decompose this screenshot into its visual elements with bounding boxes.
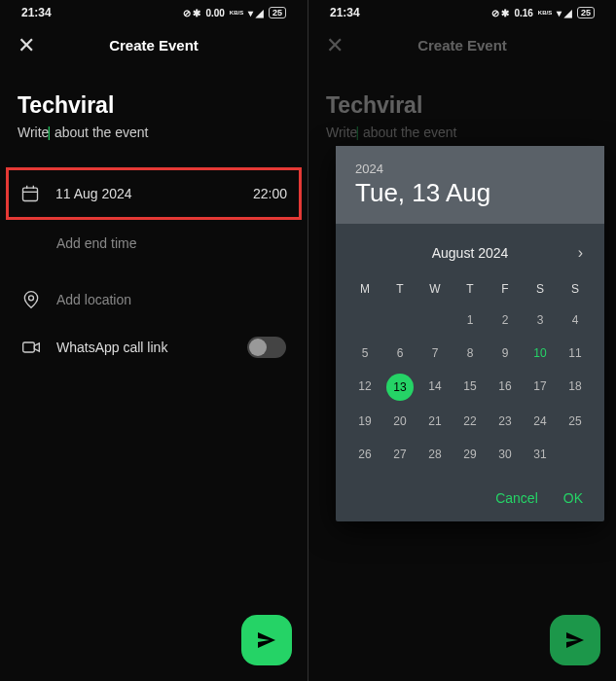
calendar-day[interactable]: 22 xyxy=(453,405,488,438)
picker-actions: Cancel OK xyxy=(336,479,604,521)
header: ✕ Create Event xyxy=(308,25,616,65)
calendar-day[interactable]: 19 xyxy=(347,405,382,438)
calendar-day[interactable]: 21 xyxy=(417,405,453,438)
calendar-day[interactable]: 3 xyxy=(523,304,558,337)
calendar-day[interactable]: 24 xyxy=(523,405,558,438)
weekday-label: F xyxy=(488,274,523,304)
svg-rect-5 xyxy=(23,342,35,352)
calendar-day[interactable]: 1 xyxy=(453,304,488,337)
weekday-label: W xyxy=(417,274,453,304)
calendar-day[interactable]: 11 xyxy=(558,337,593,370)
location-label: Add location xyxy=(56,292,286,307)
location-row[interactable]: Add location xyxy=(18,276,290,323)
status-icons: ⊘ ✱ 0.00 KB/S ▾ ◢ 25 xyxy=(183,7,286,18)
calendar-day[interactable]: 27 xyxy=(382,438,417,471)
location-icon xyxy=(21,290,41,309)
video-icon xyxy=(21,338,41,357)
page-title: Create Event xyxy=(18,37,290,54)
submit-button[interactable] xyxy=(241,615,292,665)
calendar-day[interactable]: 7 xyxy=(417,337,453,370)
calendar-day[interactable]: 26 xyxy=(347,438,382,471)
picker-header: 2024 Tue, 13 Aug xyxy=(336,146,604,224)
datetime-row[interactable]: 11 Aug 2024 22:00 xyxy=(17,170,291,217)
calendar-day[interactable]: 25 xyxy=(558,405,593,438)
calendar-week: 1234 xyxy=(347,304,593,337)
month-label: August 2024 xyxy=(432,245,509,261)
ok-button[interactable]: OK xyxy=(563,490,583,506)
calendar-day[interactable]: 4 xyxy=(558,304,593,337)
calendar-day xyxy=(417,304,453,337)
header: ✕ Create Event xyxy=(0,25,308,65)
calendar-week: 262728293031 xyxy=(347,438,593,471)
calendar-icon xyxy=(20,184,40,203)
weekday-label: S xyxy=(558,274,593,304)
weekday-label: S xyxy=(523,274,558,304)
add-end-time-row[interactable]: Add end time xyxy=(18,220,290,267)
month-row: August 2024 › xyxy=(347,239,593,274)
calendar-day[interactable]: 2 xyxy=(488,304,523,337)
calendar-day[interactable]: 28 xyxy=(417,438,453,471)
page-title: Create Event xyxy=(326,37,598,54)
weekday-label: M xyxy=(347,274,382,304)
event-description-input[interactable]: Write| about the event xyxy=(18,125,290,140)
call-link-toggle[interactable] xyxy=(247,337,286,358)
cancel-button[interactable]: Cancel xyxy=(495,490,538,506)
calendar-day[interactable]: 12 xyxy=(347,370,382,405)
calendar-day[interactable]: 17 xyxy=(523,370,558,405)
calendar-day xyxy=(558,438,593,471)
calendar-day[interactable]: 5 xyxy=(347,337,382,370)
calendar-day[interactable]: 14 xyxy=(417,370,453,405)
svg-point-4 xyxy=(29,296,34,301)
call-link-row[interactable]: WhatsApp call link xyxy=(18,323,290,372)
weekday-label: T xyxy=(382,274,417,304)
time-label: 22:00 xyxy=(253,186,287,201)
calendar-day[interactable]: 18 xyxy=(558,370,593,405)
picker-year[interactable]: 2024 xyxy=(355,161,585,176)
status-bar: 21:34 ⊘ ✱ 0.16 KB/S ▾ ◢ 25 xyxy=(308,0,616,25)
calendar-day[interactable]: 9 xyxy=(488,337,523,370)
call-link-label: WhatsApp call link xyxy=(56,340,232,355)
screen-create-event: 21:34 ⊘ ✱ 0.00 KB/S ▾ ◢ 25 ✕ Create Even… xyxy=(0,0,308,681)
calendar-day[interactable]: 20 xyxy=(382,405,417,438)
calendar-day[interactable]: 13 xyxy=(386,374,414,401)
calendar-grid: 1234567891011121314151617181920212223242… xyxy=(347,304,593,471)
chevron-right-icon[interactable]: › xyxy=(578,244,583,262)
event-description-input: Write| about the event xyxy=(326,125,598,140)
calendar-day xyxy=(382,304,417,337)
status-icons: ⊘ ✱ 0.16 KB/S ▾ ◢ 25 xyxy=(491,7,595,18)
calendar-day[interactable]: 16 xyxy=(488,370,523,405)
status-time: 21:34 xyxy=(21,6,52,19)
submit-button[interactable] xyxy=(550,615,600,665)
calendar-week: 12131415161718 xyxy=(347,370,593,405)
calendar-day[interactable]: 23 xyxy=(488,405,523,438)
calendar-day xyxy=(347,304,382,337)
event-name-input: Techviral xyxy=(326,92,598,119)
calendar-day[interactable]: 15 xyxy=(453,370,488,405)
status-time: 21:34 xyxy=(330,6,360,19)
weekday-label: T xyxy=(453,274,488,304)
weekday-header: MTWTFSS xyxy=(347,274,593,304)
calendar-day[interactable]: 10 xyxy=(523,337,558,370)
calendar-day[interactable]: 31 xyxy=(523,438,558,471)
status-bar: 21:34 ⊘ ✱ 0.00 KB/S ▾ ◢ 25 xyxy=(0,0,308,25)
calendar-day[interactable]: 30 xyxy=(488,438,523,471)
svg-marker-6 xyxy=(34,343,39,351)
add-end-time-label: Add end time xyxy=(56,235,286,251)
close-icon[interactable]: ✕ xyxy=(18,33,35,58)
calendar-week: 19202122232425 xyxy=(347,405,593,438)
picker-selected-date[interactable]: Tue, 13 Aug xyxy=(355,178,585,208)
svg-rect-0 xyxy=(23,188,38,200)
screen-date-picker: 21:34 ⊘ ✱ 0.16 KB/S ▾ ◢ 25 ✕ Create Even… xyxy=(308,0,616,681)
datetime-row-highlight: 11 Aug 2024 22:00 xyxy=(6,167,302,220)
calendar-day[interactable]: 29 xyxy=(453,438,488,471)
date-picker: 2024 Tue, 13 Aug August 2024 › MTWTFSS 1… xyxy=(336,146,604,521)
calendar-day[interactable]: 6 xyxy=(382,337,417,370)
date-label: 11 Aug 2024 xyxy=(55,186,237,201)
calendar-week: 567891011 xyxy=(347,337,593,370)
event-name-input[interactable]: Techviral xyxy=(18,92,290,119)
calendar-day[interactable]: 8 xyxy=(453,337,488,370)
